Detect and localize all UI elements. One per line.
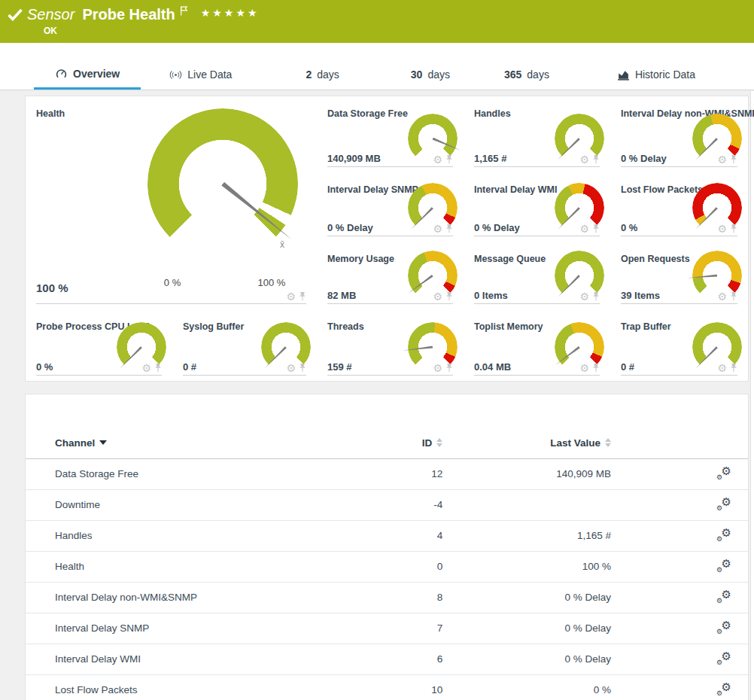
channel-last-value-cell: 0 % Delay (442, 644, 611, 674)
table-row[interactable]: Interval Delay WMI 6 0 % Delay ⚙⚙ (26, 644, 748, 674)
channels-table: Channel ID Last Value Data Storage Free … (26, 428, 748, 700)
column-header-id[interactable]: ID (325, 428, 442, 458)
tab-30-days[interactable]: 30 days (403, 59, 458, 90)
table-row[interactable]: Interval Delay non-WMI&SNMP 8 0 % Delay … (26, 582, 748, 613)
gear-icon[interactable]: ⚙ (717, 364, 727, 373)
gauge-title: Message Queue (474, 254, 546, 264)
channel-settings-gears-icon[interactable]: ⚙⚙ (716, 466, 731, 479)
channel-name-cell[interactable]: Health (26, 551, 325, 582)
gauge-value: 82 MB (327, 290, 356, 301)
average-marker-label: x̄ (280, 239, 284, 250)
channel-settings-gears-icon[interactable]: ⚙⚙ (716, 682, 731, 695)
gauge-cell-handles: Handles 1,165 # ⚙ (464, 96, 610, 172)
channel-settings-gears-icon[interactable]: ⚙⚙ (716, 528, 731, 541)
tab-2-days[interactable]: 2 days (298, 59, 346, 90)
sort-icon (605, 438, 611, 447)
gauge-cell-toplist-memory: Toplist Memory 0.04 MB ⚙ (464, 309, 610, 381)
pin-icon[interactable] (445, 363, 453, 373)
live-signal-icon (169, 69, 182, 81)
channel-name-cell[interactable]: Interval Delay SNMP (26, 613, 325, 644)
gear-icon[interactable]: ⚙ (286, 364, 296, 373)
gear-icon[interactable]: ⚙ (286, 292, 296, 301)
gauges-panel: Health x̄ 0 % 100 % 100 % ⚙ (25, 96, 749, 382)
gauge-title: Syslog Buffer (183, 321, 244, 332)
channel-settings-gears-icon[interactable]: ⚙⚙ (716, 589, 731, 603)
pin-icon[interactable] (592, 291, 600, 301)
tab-historic-data[interactable]: Historic Data (610, 59, 703, 90)
gauge-cell-open-requests: Open Requests 39 Items ⚙ (610, 242, 748, 309)
gauge-cell-probe-process-cpu-load: Probe Process CPU Load 0 % ⚙ (26, 309, 172, 381)
pin-icon[interactable] (445, 291, 453, 301)
tab-number: 2 (306, 68, 312, 81)
channel-settings-gears-icon[interactable]: ⚙⚙ (716, 651, 731, 665)
channel-settings-gears-icon[interactable]: ⚙⚙ (716, 620, 731, 634)
gauge-value: 0 % Delay (474, 222, 520, 233)
gauge-cell-memory-usage: Memory Usage 82 MB ⚙ (317, 242, 464, 309)
tab-label: days (317, 68, 339, 81)
gear-icon[interactable]: ⚙ (579, 364, 589, 373)
column-header-last-value[interactable]: Last Value (442, 428, 611, 458)
column-header-channel[interactable]: Channel (26, 428, 325, 458)
table-row[interactable]: Lost Flow Packets 10 0 % ⚙⚙ (26, 674, 748, 700)
sensor-type-label: Sensor (27, 6, 74, 23)
gear-icon[interactable]: ⚙ (433, 155, 442, 164)
table-row[interactable]: Handles 4 1,165 # ⚙⚙ (26, 520, 748, 551)
sort-icon (436, 438, 442, 447)
pin-icon[interactable] (299, 363, 306, 373)
channel-name-cell[interactable]: Downtime (26, 489, 325, 520)
pin-icon[interactable] (299, 291, 306, 301)
tab-live-data[interactable]: Live Data (162, 59, 239, 90)
gauge-cell-interval-delay-non-wmi-snmp: Interval Delay non-WMI&SNMP 0 % Delay ⚙ (610, 96, 748, 172)
pin-icon[interactable] (592, 363, 600, 373)
gauge-value: 0 % (36, 361, 53, 373)
gauge-title: Data Storage Free (327, 108, 408, 119)
gear-icon[interactable]: ⚙ (717, 224, 727, 233)
channel-name-cell[interactable]: Interval Delay WMI (26, 644, 325, 674)
channel-settings-gears-icon[interactable]: ⚙⚙ (716, 497, 731, 510)
flag-icon[interactable] (180, 6, 189, 16)
priority-stars[interactable]: ★★★★★ (201, 7, 260, 19)
channel-name-cell[interactable]: Data Storage Free (26, 458, 325, 489)
tab-number: 30 (411, 68, 423, 81)
gear-icon[interactable]: ⚙ (433, 292, 442, 301)
channel-settings-gears-icon[interactable]: ⚙⚙ (716, 558, 731, 572)
channel-id-cell: -4 (325, 489, 442, 520)
gauge-value: 0 % Delay (327, 222, 373, 233)
gauge-value: 1,165 # (474, 153, 506, 164)
tab-overview[interactable]: Overview (34, 59, 141, 90)
channel-id-cell: 0 (325, 551, 442, 582)
pin-icon[interactable] (445, 154, 453, 164)
pin-icon[interactable] (730, 363, 737, 373)
gear-icon[interactable]: ⚙ (579, 224, 589, 233)
gear-icon[interactable]: ⚙ (433, 224, 442, 233)
gear-icon[interactable]: ⚙ (717, 155, 727, 164)
gear-icon[interactable]: ⚙ (433, 364, 442, 373)
table-row[interactable]: Interval Delay SNMP 7 0 % Delay ⚙⚙ (26, 613, 748, 644)
gear-icon[interactable]: ⚙ (141, 364, 151, 373)
table-row[interactable]: Data Storage Free 12 140,909 MB ⚙⚙ (26, 458, 748, 489)
channel-name-cell[interactable]: Handles (26, 520, 325, 551)
gauge-cell-message-queue: Message Queue 0 Items ⚙ (464, 242, 610, 309)
gauge-cell-interval-delay-snmp: Interval Delay SNMP 0 % Delay ⚙ (317, 172, 464, 242)
gauge-cell-data-storage-free: Data Storage Free 140,909 MB ⚙ (317, 96, 464, 172)
table-row[interactable]: Health 0 100 % ⚙⚙ (26, 551, 748, 582)
channel-last-value-cell: 0 % (442, 674, 611, 700)
gear-icon[interactable]: ⚙ (579, 155, 589, 164)
pin-icon[interactable] (592, 224, 600, 233)
tab-365-days[interactable]: 365 days (497, 59, 557, 90)
pin-icon[interactable] (730, 154, 737, 164)
pin-icon[interactable] (730, 224, 737, 233)
tab-label: days (527, 68, 549, 81)
pin-icon[interactable] (154, 363, 162, 373)
table-row[interactable]: Downtime -4 ⚙⚙ (26, 489, 748, 520)
gauge-title: Open Requests (621, 254, 690, 264)
pin-icon[interactable] (445, 224, 453, 233)
channel-name-cell[interactable]: Interval Delay non-WMI&SNMP (26, 582, 325, 613)
gear-icon[interactable]: ⚙ (717, 292, 727, 301)
gear-icon[interactable]: ⚙ (579, 292, 589, 301)
pin-icon[interactable] (730, 291, 737, 301)
channel-last-value-cell: 100 % (442, 551, 611, 582)
channel-name-cell[interactable]: Lost Flow Packets (26, 674, 325, 700)
pin-icon[interactable] (592, 154, 600, 164)
gauge-title: Lost Flow Packets (621, 184, 703, 195)
